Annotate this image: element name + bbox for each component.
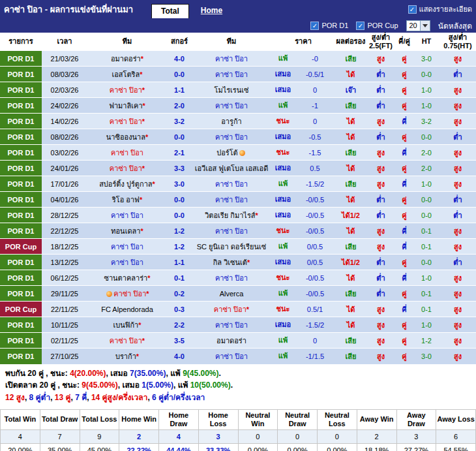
home-team-cell[interactable]: สปอร์ติ้ง ปูร์ตูกาล* [87, 176, 167, 192]
team-name[interactable]: คาซ่า ปิอา [215, 180, 248, 188]
team-name[interactable]: คาซ่า ปิอา [215, 55, 248, 63]
home-team-cell[interactable]: คาซ่า ปิอา [87, 145, 167, 161]
team-name[interactable]: ปอร์โต้ [216, 149, 238, 157]
home-team-cell[interactable]: คาซ่า ปิอา* [87, 286, 167, 302]
team-name[interactable]: คาซ่า ปิอา [215, 321, 248, 329]
home-team-cell[interactable]: อมาดอร่า* [87, 51, 167, 67]
team-name[interactable]: โมไรเรนเซ่ [214, 86, 248, 94]
team-name[interactable]: เอวีเอส ฟูเตโบล เอสเอดี [195, 164, 269, 172]
team-name[interactable]: SC ยูนิเอา ดอร์เรียนเซ่ [197, 243, 266, 251]
match-date: 21/03/26 [42, 51, 87, 67]
home-team-cell[interactable]: นาซิอองนาล* [87, 129, 167, 145]
team-name[interactable]: คาซ่า ปิอา [110, 164, 142, 172]
team-name[interactable]: ทอนเดลา [111, 227, 140, 235]
team-name[interactable]: Alverca [220, 290, 244, 298]
team-name[interactable]: คาซ่า ปิอา [215, 70, 248, 78]
away-team-cell[interactable]: คาซ่า ปิอา [192, 317, 271, 333]
over-under-ft: สูง [366, 161, 395, 176]
team-name[interactable]: คาซ่า ปิอา [110, 337, 142, 345]
filter-checkbox-por-cup[interactable]: ✓ POR Cup [356, 22, 398, 30]
home-team-cell[interactable]: ซานตาคลาร่า* [87, 270, 167, 286]
away-team-cell[interactable]: อมาดอร่า [192, 333, 271, 349]
away-team-cell[interactable]: เอวีเอส ฟูเตโบล เอสเอดี [192, 161, 271, 176]
away-team-cell[interactable]: คาซ่า ปิอา [192, 67, 271, 82]
match-count-dropdown[interactable]: 20 [406, 20, 430, 31]
home-team-cell[interactable]: เอสโตริล* [87, 67, 167, 82]
home-team-cell[interactable]: บราก้า* [87, 349, 167, 364]
away-team-cell[interactable]: อารูก้า [192, 114, 271, 129]
odd-even: คู่ [395, 51, 413, 67]
team-name[interactable]: บราก้า [115, 352, 136, 360]
handicap-result: ได้ [335, 161, 366, 176]
away-team-cell[interactable]: คาซ่า ปิอา [192, 192, 271, 208]
team-name[interactable]: คาซ่า ปิอา [215, 227, 248, 235]
away-team-cell[interactable]: คาซ่า ปิอา [192, 270, 271, 286]
team-name[interactable]: คาซ่า ปิอา [110, 117, 142, 125]
home-team-cell[interactable]: คาซ่า ปิอา [87, 255, 167, 270]
home-team-cell[interactable]: ทอนเดลา* [87, 223, 167, 239]
handicap-result: เสีย [335, 349, 366, 364]
away-team-cell[interactable]: โมไรเรนเซ่ [192, 82, 271, 98]
star-marker: * [140, 196, 142, 204]
home-team-cell[interactable]: คาซ่า ปิอา [87, 239, 167, 255]
handicap-result: ได้ [335, 317, 366, 333]
match-count-value: 20 [409, 22, 417, 29]
team-name[interactable]: คาซ่า ปิอา [111, 149, 143, 157]
away-team-cell[interactable]: วิตอเรีย กิมาไรส์* [192, 208, 271, 223]
home-team-cell[interactable]: เบนฟิก้า* [87, 317, 167, 333]
team-name[interactable]: นาซิอองนาล [106, 133, 145, 141]
home-team-cell[interactable]: ริโอ อาฟ* [87, 192, 167, 208]
home-team-cell[interactable]: คาซ่า ปิอา* [87, 114, 167, 129]
team-name[interactable]: คาซ่า ปิอา [111, 243, 143, 251]
team-name[interactable]: คาซ่า ปิอา [215, 352, 248, 360]
away-team-cell[interactable]: คาซ่า ปิอา [192, 176, 271, 192]
team-name[interactable]: เบนฟิก้า [113, 321, 138, 329]
team-name[interactable]: คาซ่า ปิอา [215, 102, 248, 110]
away-team-cell[interactable]: คาซ่า ปิอา [192, 51, 271, 67]
tab-total[interactable]: Total [151, 4, 189, 18]
home-team-cell[interactable]: คาซ่า ปิอา* [87, 333, 167, 349]
over-under-ht: สูง [439, 82, 476, 98]
team-name[interactable]: คาซ่า ปิอา [215, 196, 248, 204]
team-name[interactable]: อมาดอร่า [111, 55, 141, 63]
tab-home[interactable]: Home [192, 4, 231, 18]
away-team-cell[interactable]: Alverca [192, 286, 271, 302]
away-team-cell[interactable]: SC ยูนิเอา ดอร์เรียนเซ่ [192, 239, 271, 255]
filter-checkbox-por-d1[interactable]: ✓ POR D1 [310, 22, 348, 30]
odd-even: คู่ [395, 255, 413, 270]
team-name[interactable]: คาซ่า ปิอา [215, 274, 248, 282]
team-name[interactable]: คาซ่า ปิอา [110, 86, 142, 94]
team-name[interactable]: เอสโตริล [112, 70, 140, 78]
home-team-cell[interactable]: ฟามาลิเคา* [87, 98, 167, 114]
team-name[interactable]: คาซ่า ปิอา [111, 211, 143, 219]
team-name[interactable]: วิตอเรีย กิมาไรส์ [205, 211, 255, 219]
odd-even: คู่ [395, 82, 413, 98]
team-name[interactable]: ซานตาคลาร่า [104, 274, 147, 282]
team-name[interactable]: คาซ่า ปิอา [113, 290, 146, 298]
away-team-cell[interactable]: ปอร์โต้ [192, 145, 271, 161]
team-name[interactable]: FC Alpendorada [101, 305, 153, 313]
away-team-cell[interactable]: คาซ่า ปิอา [192, 223, 271, 239]
show-details-checkbox[interactable]: ✓ แสดงรายละเอียด [408, 3, 472, 15]
last-matches-label: นัดหลังสุด [438, 20, 472, 32]
home-team-cell[interactable]: FC Alpendorada [87, 302, 167, 317]
results-table-header: รายการ เวลา ทีม สกอร์ ทีม ราคา ผลต่อรอง … [0, 33, 476, 51]
team-name[interactable]: คาซ่า ปิอา [215, 133, 248, 141]
team-name[interactable]: อารูก้า [221, 117, 242, 125]
away-team-cell[interactable]: คาซ่า ปิอา [192, 129, 271, 145]
away-team-cell[interactable]: กิล วิเซนเต้* [192, 255, 271, 270]
stats-percent-row: 20.00%35.00%45.00%22.22%44.44%33.33%0.00… [1, 443, 476, 451]
away-team-cell[interactable]: คาซ่า ปิอา* [192, 302, 271, 317]
home-team-cell[interactable]: คาซ่า ปิอา [87, 208, 167, 223]
team-name[interactable]: สปอร์ติ้ง ปูร์ตูกาล [99, 180, 152, 188]
away-team-cell[interactable]: คาซ่า ปิอา [192, 98, 271, 114]
team-name[interactable]: ริโอ อาฟ [112, 196, 140, 204]
team-name[interactable]: ฟามาลิเคา [109, 102, 142, 110]
home-team-cell[interactable]: คาซ่า ปิอา* [87, 161, 167, 176]
away-team-cell[interactable]: คาซ่า ปิอา [192, 349, 271, 364]
team-name[interactable]: คาซ่า ปิอา [111, 258, 143, 266]
team-name[interactable]: คาซ่า ปิอา [214, 305, 246, 313]
team-name[interactable]: กิล วิเซนเต้ [213, 258, 247, 266]
team-name[interactable]: อมาดอร่า [216, 337, 246, 345]
home-team-cell[interactable]: คาซ่า ปิอา* [87, 82, 167, 98]
